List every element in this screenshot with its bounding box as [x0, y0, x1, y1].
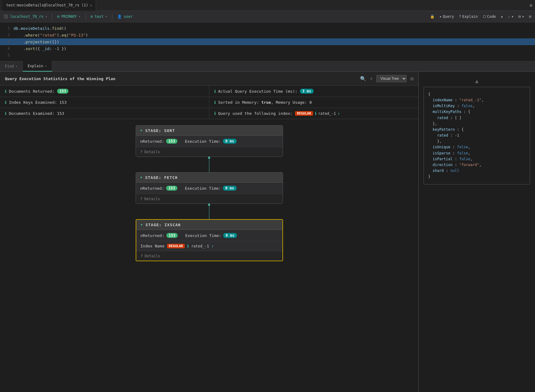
line-content-2: .where("rated").eq("PG-13") [14, 33, 88, 37]
stat-index-keys: ℹ Index Keys Examined: 153 [0, 97, 209, 108]
stat-info-icon-1[interactable]: ℹ [5, 89, 6, 94]
stat-value-index-keys: 153 [60, 100, 67, 105]
code-span: where [25, 33, 37, 37]
tab-title: test:movieDetails@localhost_70_rs (1) [6, 3, 88, 7]
connection-selector[interactable]: ⬛ localhost_70_rs ▾ [4, 14, 47, 19]
ixscan-index-name-row: Index Name REGULAR ℹ rated_-1 ↑ [136, 241, 282, 251]
stats-header: Query Execution Statistics of the Winnin… [0, 72, 418, 86]
stage-ixscan-nreturned: nReturned: 153 [141, 233, 178, 238]
stage-ixscan-icon: ➤ [141, 222, 143, 227]
stage-fetch-icon: ➤ [140, 175, 143, 180]
schema-icon: ⊟ [91, 14, 93, 19]
right-panel: ▲ { indexName : "rated_-1", isMultiKey :… [418, 72, 535, 392]
query-button[interactable]: ✦ Query [440, 14, 454, 19]
connector-arrow-2: ▲ [208, 201, 210, 206]
code-span: "rated" [40, 33, 57, 37]
stage-sort-body: nReturned: 153 Execution Time: 0 ms [136, 136, 283, 147]
line-content-1: db.movieDetails.find() [14, 26, 66, 31]
index-info-icon[interactable]: ℹ [315, 111, 316, 116]
stat-sorted-memory: ℹ Sorted in Memory: true, Memory Usage: … [209, 97, 419, 108]
tab-explain[interactable]: Explain × [23, 61, 52, 72]
add-tab-button[interactable]: ⊕ [529, 2, 533, 8]
code-icon: ⬡ [483, 14, 486, 19]
code-editor[interactable]: 1 db.movieDetails.find() 2 .where("rated… [0, 22, 535, 61]
badge-docs-returned: 153 [57, 89, 69, 94]
code-span: -1 [54, 46, 59, 51]
code-span: ( [37, 33, 40, 37]
nreturned-label-3: nReturned: [141, 233, 165, 238]
stat-info-icon-6[interactable]: ℹ [214, 111, 216, 116]
connector-arrow-1: ▲ [208, 154, 210, 159]
ixscan-index-name-label: Index Name [141, 244, 165, 248]
stat-docs-examined: ℹ Documents Examined: 153 [0, 108, 209, 119]
divider-1 [52, 14, 52, 20]
code-span: eq [62, 33, 67, 37]
connector-line-2: ▲ [209, 204, 209, 219]
tab-find[interactable]: Find × [0, 61, 23, 72]
schema-arrow: ▾ [105, 15, 107, 18]
expand-panel-icon[interactable]: ⊡ [410, 76, 413, 82]
zoom-icon[interactable]: 🔍 [360, 76, 366, 82]
stage-ixscan-title: STAGE: IXSCAN [145, 223, 181, 227]
badge-fetch-exectime: 0 ms [223, 186, 237, 191]
stat-info-icon-4[interactable]: ℹ [214, 100, 216, 105]
divider-2 [85, 14, 86, 20]
tab-find-close[interactable]: × [16, 65, 17, 68]
code-span: _id [42, 46, 49, 51]
star-arrow: ▾ [511, 14, 514, 19]
nreturned-label-2: nReturned: [140, 186, 164, 191]
connector-line-1: ▲ [209, 157, 209, 172]
main-content: Query Execution Statistics of the Winnin… [0, 72, 535, 392]
tooltip-arrow: ▲ [424, 77, 530, 86]
share-button[interactable]: ⊟ ▾ [518, 14, 524, 19]
expand-button[interactable]: ⊡ [529, 14, 531, 19]
user-icon: 👤 [117, 14, 122, 19]
view-select[interactable]: Visual Tree Raw JSON [376, 75, 407, 82]
tab-explain-close[interactable]: × [45, 64, 47, 68]
schema-selector[interactable]: ⊟ test ▾ [91, 14, 107, 19]
code-span: ). [57, 33, 62, 37]
index-type-label: REGULAR [295, 111, 313, 116]
tab-close-button[interactable]: × [90, 3, 92, 7]
ixscan-index-arrow: ↑ [211, 244, 214, 248]
code-span: ({ [35, 46, 42, 51]
stat-info-icon-3[interactable]: ℹ [5, 100, 6, 105]
connection-arrow: ▾ [45, 15, 47, 18]
code-line-4: 4 .sort({ _id: -1 }) [0, 45, 535, 52]
stat-info-icon-5[interactable]: ℹ [5, 111, 6, 116]
lock-button[interactable]: 🔒 [430, 14, 435, 19]
code-button[interactable]: ⬡ Code [483, 14, 496, 19]
exectime-label-3: Execution Time: [185, 233, 221, 238]
star-filled-button[interactable]: ★ [501, 14, 503, 19]
toolbar-right: 🔒 ✦ Query ? Explain ⬡ Code ★ ☆ ▾ ⊟ ▾ ⊡ [430, 14, 531, 19]
code-span: . [14, 40, 25, 44]
stage-ixscan-card: ➤ STAGE: IXSCAN nReturned: 153 Execution… [136, 219, 283, 261]
top-tab-bar: test:movieDetails@localhost_70_rs (1) × … [0, 0, 535, 11]
ixscan-index-info-icon[interactable]: ℹ [187, 244, 189, 248]
stage-fetch-card: ➤ STAGE: FETCH nReturned: 153 Execution … [136, 172, 283, 204]
line-number-5: 5 [1, 53, 14, 57]
stat-info-icon-2[interactable]: ℹ [214, 89, 216, 94]
main-tab[interactable]: test:movieDetails@localhost_70_rs (1) × [2, 0, 96, 11]
code-span: projection [25, 40, 49, 44]
sub-tab-bar: Find × Explain × [0, 61, 535, 72]
stats-grid-row-1: ℹ Documents Returned: 153 ℹ Actual Query… [0, 86, 418, 97]
code-line-2: 2 .where("rated").eq("PG-13") [0, 32, 535, 38]
stats-controls: 🔍 ⚡ Visual Tree Raw JSON ⊡ [360, 75, 413, 82]
db-arrow: ▾ [79, 15, 80, 18]
explain-button[interactable]: ? Explain [459, 14, 478, 19]
stat-label-docs-returned: Documents Returned: [9, 89, 55, 94]
line-number-2: 2 [1, 33, 14, 37]
share-arrow: ▾ [522, 14, 524, 19]
code-line-5: 5 [0, 52, 535, 59]
details-label: Details [144, 150, 160, 154]
line-content-3: .projection({}) [14, 40, 59, 44]
user-selector[interactable]: 👤 user [117, 14, 133, 19]
star-outline-button[interactable]: ☆ ▾ [508, 14, 514, 19]
explain-label: Explain [462, 14, 478, 19]
stage-ixscan-details[interactable]: ? Details [136, 251, 282, 261]
db-selector[interactable]: ⊟ PRIMARY ▾ [57, 14, 80, 19]
refresh-icon[interactable]: ⚡ [370, 76, 373, 82]
ixscan-index-type: REGULAR [167, 244, 185, 248]
left-panel: Query Execution Statistics of the Winnin… [0, 72, 418, 392]
